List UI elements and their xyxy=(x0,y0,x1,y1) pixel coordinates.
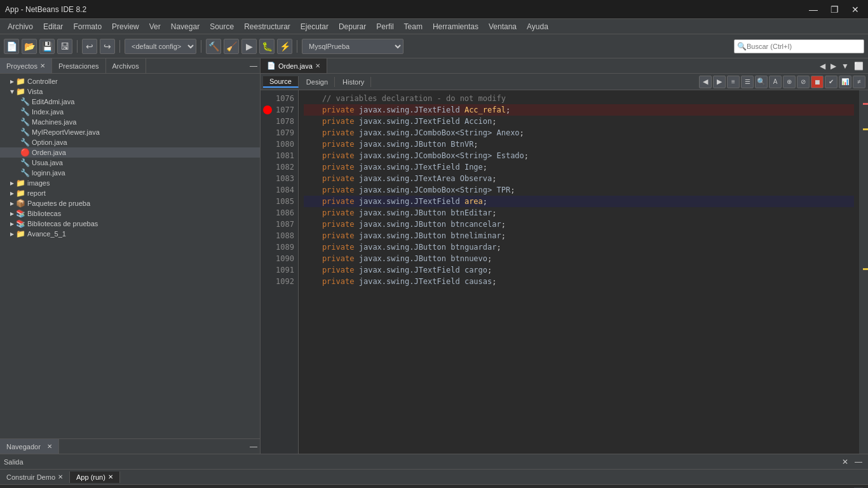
tree-item-paquetes[interactable]: ▸ 📦 Paquetes de prueba xyxy=(0,198,260,208)
tree-item-images[interactable]: ▸ 📁 images xyxy=(0,178,260,188)
output-close-btn[interactable]: ✕ xyxy=(840,458,850,466)
tree-item-report[interactable]: ▸ 📁 report xyxy=(0,188,260,198)
tree-item-controller[interactable]: ▸ 📁 Controller xyxy=(0,76,260,86)
tree-item-avance[interactable]: ▸ 📁 Avance_5_1 xyxy=(0,229,260,239)
menu-navegar[interactable]: Navegar xyxy=(166,20,205,33)
main-area: Proyectos ✕ Prestaciones Archivos — ▸ 📁 … xyxy=(0,58,868,454)
redo-button[interactable]: ↪ xyxy=(100,39,115,54)
menu-team[interactable]: Team xyxy=(399,20,428,33)
menu-bar: Archivo Editar Formato Preview Ver Naveg… xyxy=(0,19,868,34)
tab-proyectos[interactable]: Proyectos ✕ xyxy=(0,58,52,73)
tab-nav-left[interactable]: ◀ xyxy=(818,62,827,71)
navigator-minimize[interactable]: — xyxy=(250,442,257,451)
save-button[interactable]: 💾 xyxy=(39,39,55,54)
line-1092: 1092 xyxy=(261,276,298,287)
new-file-button[interactable]: 📄 xyxy=(4,39,19,54)
navigator-close[interactable]: ✕ xyxy=(47,443,52,450)
output-tab-app-run[interactable]: App (run) ✕ xyxy=(70,471,120,483)
menu-reestructurar[interactable]: Reestructurar xyxy=(239,20,295,33)
undo-button[interactable]: ↩ xyxy=(82,39,97,54)
menu-editar[interactable]: Editar xyxy=(38,20,68,33)
save-all-button[interactable]: 🖫 xyxy=(57,39,72,54)
app-run-tab-label: App (run) xyxy=(76,473,105,481)
editor-right-gutter[interactable] xyxy=(859,90,868,454)
proyectos-close[interactable]: ✕ xyxy=(40,62,45,69)
title-bar: App - NetBeans IDE 8.2 — ❐ ✕ xyxy=(0,0,868,19)
editor-highlight-btn[interactable]: A xyxy=(769,76,782,88)
tree-item-bibliotecas[interactable]: ▸ 📚 Bibliotecas xyxy=(0,208,260,219)
tree-item-index[interactable]: 🔧 Index.java xyxy=(0,107,260,117)
tree-item-editadmi[interactable]: 🔧 EditAdmi.java xyxy=(0,97,260,107)
window-controls[interactable]: — ❐ ✕ xyxy=(805,3,863,16)
line-1088: 1088 xyxy=(261,230,298,241)
menu-perfil[interactable]: Perfil xyxy=(371,20,398,33)
close-button[interactable]: ✕ xyxy=(848,3,863,16)
editor-search-btn[interactable]: 🔍 xyxy=(755,76,768,88)
project-dropdown[interactable]: MysqlPrueba xyxy=(302,39,403,54)
tree-item-usua[interactable]: 🔧 Usua.java xyxy=(0,158,260,168)
editor-diff-btn[interactable]: ≠ xyxy=(853,76,865,88)
debug-button[interactable]: 🐛 xyxy=(259,39,275,54)
code-content[interactable]: // variables declaration - do not modify… xyxy=(299,90,859,454)
tree-item-loginn[interactable]: 🔧 loginn.java xyxy=(0,168,260,178)
line-1087: 1087 xyxy=(261,219,298,230)
menu-depurar[interactable]: Depurar xyxy=(334,20,371,33)
tree-item-vista[interactable]: ▾ 📁 Vista xyxy=(0,86,260,97)
editor-tasks-btn[interactable]: ✔ xyxy=(825,76,837,88)
menu-ver[interactable]: Ver xyxy=(144,20,166,33)
tree-item-orden[interactable]: 🔴 Orden.java xyxy=(0,147,260,158)
editor-breadcrumb-btn[interactable]: ☰ xyxy=(741,76,754,88)
tab-prestaciones[interactable]: Prestaciones xyxy=(52,58,106,73)
build-button[interactable]: 🔨 xyxy=(206,39,221,54)
folder-icon-avance: ▸ xyxy=(10,229,14,238)
tree-item-bibl-pruebas[interactable]: ▸ 📚 Bibliotecas de pruebas xyxy=(0,219,260,229)
run-button[interactable]: ▶ xyxy=(241,39,257,54)
tab-expand[interactable]: ⬜ xyxy=(852,62,865,71)
editor-find-btn[interactable]: ⊕ xyxy=(783,76,796,88)
output-minimize-btn[interactable]: — xyxy=(853,458,864,466)
open-file-button[interactable]: 📂 xyxy=(22,39,37,54)
editor-metrics-btn[interactable]: 📊 xyxy=(839,76,851,88)
code-line-1082: private javax.swing.JTextField Inge; xyxy=(304,161,854,173)
menu-herramientas[interactable]: Herramientas xyxy=(428,20,484,33)
tab-close-orden[interactable]: ✕ xyxy=(315,62,320,69)
menu-ejecutar[interactable]: Ejecutar xyxy=(295,20,334,33)
editor-replace-btn[interactable]: ⊘ xyxy=(797,76,810,88)
editor-back-btn[interactable]: ◀ xyxy=(699,76,712,88)
tab-nav-right[interactable]: ▶ xyxy=(829,62,838,71)
tab-archivos[interactable]: Archivos xyxy=(106,58,146,73)
code-line-1078: private javax.swing.JTextField Accion; xyxy=(304,116,854,127)
left-panel-minimize[interactable]: — xyxy=(250,62,257,71)
maximize-button[interactable]: ❐ xyxy=(827,3,843,16)
menu-ventana[interactable]: Ventana xyxy=(484,20,522,33)
config-dropdown[interactable]: <default config> xyxy=(125,39,196,54)
menu-preview[interactable]: Preview xyxy=(107,20,144,33)
menu-archivo[interactable]: Archivo xyxy=(3,20,38,33)
editor-stop-btn[interactable]: ⏹ xyxy=(811,76,824,88)
tree-item-machines[interactable]: 🔧 Machines.java xyxy=(0,117,260,127)
profile-button[interactable]: ⚡ xyxy=(277,39,292,54)
editor-members-btn[interactable]: ≡ xyxy=(727,76,740,88)
search-bar[interactable]: 🔍 xyxy=(734,39,864,53)
output-tab-construir[interactable]: Construir Demo ✕ xyxy=(0,471,70,483)
construir-tab-close[interactable]: ✕ xyxy=(58,473,63,480)
app-run-tab-close[interactable]: ✕ xyxy=(108,473,113,480)
line-1079: 1079 xyxy=(261,127,298,139)
etb-history[interactable]: History xyxy=(336,77,371,87)
editor-fwd-btn[interactable]: ▶ xyxy=(713,76,726,88)
search-input[interactable] xyxy=(747,43,861,50)
etb-source[interactable]: Source xyxy=(263,76,299,88)
etb-design[interactable]: Design xyxy=(300,77,335,87)
tab-nav-menu[interactable]: ▼ xyxy=(839,62,851,71)
editor-tab-orden[interactable]: 📄 Orden.java ✕ xyxy=(261,58,327,73)
menu-source[interactable]: Source xyxy=(205,20,239,33)
line-1077-gutter: 1077 xyxy=(261,104,298,116)
clean-build-button[interactable]: 🧹 xyxy=(224,39,239,54)
menu-ayuda[interactable]: Ayuda xyxy=(522,20,553,33)
tree-item-option[interactable]: 🔧 Option.java xyxy=(0,137,260,147)
tree-item-myireport[interactable]: 🔧 MyIReportViewer.java xyxy=(0,127,260,137)
minimize-button[interactable]: — xyxy=(805,3,822,16)
navigator-tab[interactable]: Navegador ✕ xyxy=(0,439,59,454)
menu-formato[interactable]: Formato xyxy=(68,20,107,33)
line-1085: 1085 xyxy=(261,196,298,207)
